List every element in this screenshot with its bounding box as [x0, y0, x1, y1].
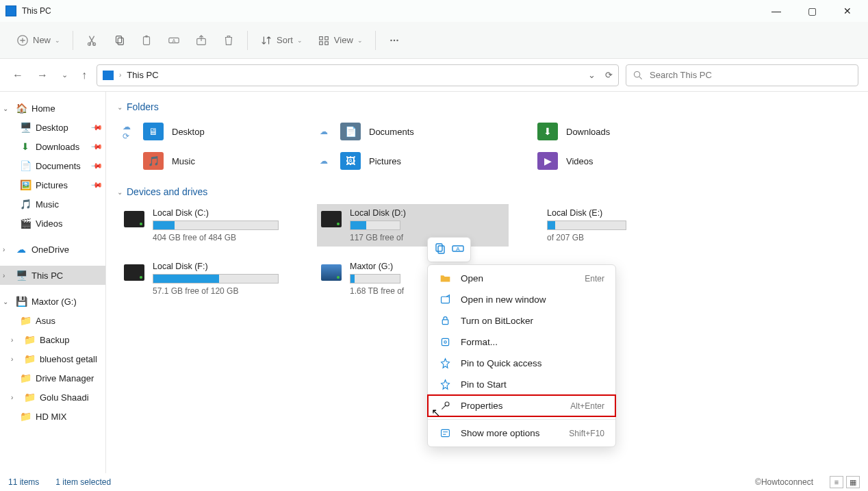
pin-icon: 📌	[90, 178, 103, 191]
view-button[interactable]: View ⌄	[311, 30, 370, 51]
sidebar-documents[interactable]: 📄Documents📌	[0, 156, 105, 175]
search-input[interactable]	[650, 70, 851, 80]
copy-button[interactable]	[433, 242, 447, 257]
new-button[interactable]: New ⌄	[10, 30, 67, 51]
forward-button[interactable]: →	[34, 66, 51, 84]
back-button[interactable]: ←	[10, 66, 26, 84]
sidebar-label: Downloads	[36, 142, 79, 152]
maximize-button[interactable]: ▢	[802, 5, 821, 16]
sidebar-desktop[interactable]: 🖥️Desktop📌	[0, 118, 105, 137]
refresh-button[interactable]: ⟳	[605, 70, 613, 80]
ctx-label: Turn on BitLocker	[461, 316, 533, 326]
ctx-properties[interactable]: Properties Alt+Enter	[428, 395, 615, 416]
folder-label: Pictures	[369, 156, 401, 166]
sidebar-folder-backup[interactable]: ›📁Backup	[0, 330, 105, 349]
drive-d[interactable]: Local Disk (D:) 117 GB free of	[317, 204, 509, 247]
ctx-format[interactable]: Format...	[428, 331, 615, 353]
up-button[interactable]: ↑	[79, 66, 90, 84]
svg-rect-6	[145, 35, 148, 37]
search-box[interactable]	[626, 64, 858, 86]
ctx-open[interactable]: Open Enter	[428, 268, 615, 289]
share-button[interactable]	[188, 30, 214, 51]
properties-icon	[439, 400, 451, 412]
pin-icon: 📌	[90, 159, 103, 172]
ctx-open-new-window[interactable]: Open in new window	[428, 289, 615, 310]
minimize-button[interactable]: —	[767, 5, 786, 16]
rename-button[interactable]: A	[451, 242, 465, 257]
section-folders[interactable]: ⌄Folders	[117, 101, 857, 112]
sort-button[interactable]: Sort ⌄	[253, 30, 309, 51]
more-button[interactable]	[381, 30, 407, 51]
view-grid-button[interactable]: ▦	[846, 476, 860, 488]
sidebar-downloads[interactable]: ⬇Downloads📌	[0, 137, 105, 156]
ctx-label: Pin to Quick access	[461, 358, 542, 368]
sidebar-maxtor[interactable]: ⌄💾Maxtor (G:)	[0, 292, 105, 311]
svg-rect-11	[325, 36, 329, 40]
folder-documents[interactable]: ☁📄Documents	[317, 119, 509, 144]
svg-rect-27	[441, 429, 449, 436]
section-drives[interactable]: ⌄Devices and drives	[117, 186, 857, 197]
sidebar-folder-asus[interactable]: 📁Asus	[0, 311, 105, 330]
chevron-down-icon: ⌄	[117, 103, 123, 111]
sidebar-label: Music	[36, 199, 59, 210]
sidebar-thispc[interactable]: ›🖥️This PC	[0, 266, 105, 285]
svg-point-15	[394, 39, 396, 41]
usage-bar	[350, 274, 400, 284]
ctx-pin-start[interactable]: Pin to Start	[428, 374, 615, 395]
usage-bar	[547, 221, 626, 230]
sidebar-pictures[interactable]: 🖼️Pictures📌	[0, 175, 105, 194]
separator	[247, 31, 248, 50]
pictures-icon: 🖼	[340, 152, 361, 170]
ctx-shortcut: Shift+F10	[569, 429, 604, 438]
close-button[interactable]: ✕	[838, 5, 857, 16]
paste-button[interactable]	[133, 30, 159, 51]
recent-dropdown[interactable]: ⌄	[59, 68, 71, 82]
copy-button[interactable]	[106, 30, 132, 51]
sidebar-onedrive[interactable]: ›☁OneDrive	[0, 240, 105, 259]
sidebar-label: This PC	[31, 270, 63, 281]
sidebar-videos[interactable]: 🎬Videos	[0, 214, 105, 233]
folder-music[interactable]: 🎵Music	[120, 149, 311, 173]
address-bar[interactable]: › This PC ⌄ ⟳	[97, 64, 619, 86]
caret-down-icon: ⌄	[357, 37, 363, 44]
drive-f[interactable]: Local Disk (F:) 57.1 GB free of 120 GB	[120, 257, 311, 300]
folder-desktop[interactable]: ☁⟳🖥Desktop	[120, 119, 311, 144]
dropdown-icon[interactable]: ⌄	[588, 70, 596, 80]
svg-rect-10	[320, 36, 323, 40]
sidebar-label: Drive Manager	[36, 373, 94, 383]
downloads-icon: ⬇	[537, 123, 558, 140]
status-selected-count: 1 item selected	[55, 477, 111, 487]
disk-icon	[124, 211, 144, 227]
sidebar-folder-hdmix[interactable]: 📁HD MIX	[0, 407, 105, 426]
breadcrumb-item[interactable]: This PC	[127, 70, 158, 80]
drive-e[interactable]: Local Disk (E:) of 207 GB	[514, 204, 706, 247]
cloud-icon: ☁	[320, 156, 329, 166]
sidebar-folder-golu[interactable]: ›📁Golu Shaadi	[0, 388, 105, 407]
sort-label: Sort	[277, 35, 293, 45]
cut-button[interactable]	[79, 30, 105, 51]
delete-button[interactable]	[216, 30, 242, 51]
folder-videos[interactable]: ▶Videos	[514, 149, 706, 173]
pin-icon	[439, 357, 451, 369]
rename-button[interactable]: A	[161, 30, 187, 51]
sidebar-label: Videos	[36, 218, 63, 229]
ctx-label: Open	[461, 273, 483, 284]
pin-icon	[439, 379, 451, 390]
folder-label: Downloads	[566, 127, 610, 137]
sidebar-folder-bluehost[interactable]: ›📁bluehost getall	[0, 349, 105, 368]
sidebar-folder-drivemgr[interactable]: 📁Drive Manager	[0, 368, 105, 388]
folder-downloads[interactable]: ⬇Downloads	[514, 119, 706, 144]
sidebar-music[interactable]: 🎵Music	[0, 194, 105, 214]
drive-name: Local Disk (E:)	[547, 208, 702, 218]
ctx-bitlocker[interactable]: Turn on BitLocker	[428, 310, 615, 331]
ctx-pin-quick[interactable]: Pin to Quick access	[428, 353, 615, 374]
svg-point-16	[396, 39, 398, 41]
music-icon: 🎵	[143, 152, 164, 170]
drive-c[interactable]: Local Disk (C:) 404 GB free of 484 GB	[120, 204, 311, 247]
ctx-show-more[interactable]: Show more options Shift+F10	[428, 423, 615, 444]
view-details-button[interactable]: ≡	[830, 476, 843, 488]
svg-point-25	[444, 341, 446, 343]
folder-pictures[interactable]: ☁🖼Pictures	[317, 149, 509, 173]
caret-down-icon: ⌄	[297, 37, 303, 44]
sidebar-home[interactable]: ⌄🏠Home	[0, 99, 105, 118]
